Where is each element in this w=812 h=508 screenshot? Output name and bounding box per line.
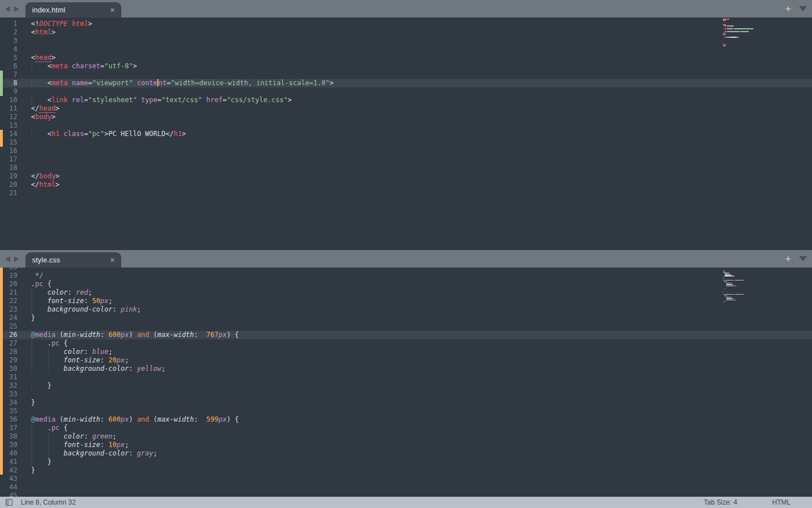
minimap[interactable]	[723, 19, 774, 48]
code-line-7[interactable]: 7	[0, 71, 812, 79]
code-line-16[interactable]: 16	[0, 147, 812, 155]
line-number[interactable]: 43	[0, 475, 21, 483]
code-line-5[interactable]: 5 <head>	[0, 54, 812, 62]
code-line-22[interactable]: 22 font-size: 50px;	[0, 297, 812, 305]
code-line-35[interactable]: 35	[0, 407, 812, 415]
code-line-25[interactable]: 25	[0, 322, 812, 331]
line-number[interactable]: 22	[0, 297, 21, 305]
line-number[interactable]: 15	[0, 138, 21, 147]
minimap[interactable]	[723, 269, 774, 308]
line-number[interactable]: 42	[0, 466, 21, 475]
line-number[interactable]: 34	[0, 398, 21, 407]
code-line-14[interactable]: 14 <h1 class="pc">PC HEllO WORLD</h1>	[0, 130, 812, 138]
line-number[interactable]: 35	[0, 407, 21, 415]
code-line-18[interactable]: 18	[0, 164, 812, 172]
tab-index-html[interactable]: index.html ×	[25, 2, 121, 17]
code-line-31[interactable]: 31	[0, 373, 812, 382]
line-number[interactable]: 13	[0, 121, 21, 130]
line-number[interactable]: 24	[0, 314, 21, 322]
code-line-36[interactable]: 36 @media (min-width: 600px) and (max-wi…	[0, 415, 812, 424]
code-line-15[interactable]: 15	[0, 138, 812, 147]
new-tab-icon[interactable]: +	[785, 254, 791, 264]
code-line-9[interactable]: 9	[0, 87, 812, 96]
code-line-12[interactable]: 12 <body>	[0, 113, 812, 121]
line-number[interactable]: 30	[0, 365, 21, 373]
code-line-3[interactable]: 3	[0, 37, 812, 45]
line-number[interactable]: 38	[0, 432, 21, 441]
line-number[interactable]: 20	[0, 280, 21, 288]
line-number[interactable]: 36	[0, 415, 21, 424]
code-line-4[interactable]: 4	[0, 45, 812, 54]
code-line-38[interactable]: 38 color: green;	[0, 432, 812, 441]
code-line-39[interactable]: 39 font-size: 10px;	[0, 441, 812, 449]
line-number[interactable]: 7	[0, 71, 21, 79]
line-number[interactable]: 31	[0, 373, 21, 382]
tab-size-label[interactable]: Tab Size: 4	[704, 498, 737, 506]
code-line-40[interactable]: 40 background-color: gray;	[0, 449, 812, 458]
line-number[interactable]: 45	[0, 492, 21, 497]
line-number[interactable]: 12	[0, 113, 21, 121]
line-number[interactable]: 17	[0, 155, 21, 164]
code-editor-html[interactable]: 1 <!DOCTYPE html>2 <html>3 4 5 <head>6 <…	[0, 17, 812, 250]
line-number[interactable]: 37	[0, 424, 21, 432]
line-number[interactable]: 29	[0, 356, 21, 365]
line-number[interactable]: 26	[0, 331, 21, 339]
code-line-17[interactable]: 17	[0, 155, 812, 164]
line-number[interactable]: 2	[0, 28, 21, 37]
code-line-27[interactable]: 27 .pc {	[0, 339, 812, 348]
code-line-8[interactable]: 8 <meta name="viewport" content="width=d…	[0, 79, 812, 87]
line-number[interactable]: 1	[0, 20, 21, 28]
close-icon[interactable]: ×	[110, 256, 114, 264]
code-line-19[interactable]: 19 */	[0, 271, 812, 280]
line-number[interactable]: 16	[0, 147, 21, 155]
tab-overflow-icon[interactable]	[799, 256, 807, 261]
line-number[interactable]: 18	[0, 164, 21, 172]
line-number[interactable]: 32	[0, 382, 21, 390]
syntax-label[interactable]: HTML	[772, 498, 791, 506]
line-number[interactable]: 19	[0, 172, 21, 181]
line-number[interactable]: 14	[0, 130, 21, 138]
code-editor-css[interactable]: 18 19 */20 .pc {21 color: red;22 font-si…	[0, 268, 812, 497]
code-line-34[interactable]: 34 }	[0, 398, 812, 407]
code-line-33[interactable]: 33	[0, 390, 812, 398]
tab-overflow-icon[interactable]	[799, 6, 807, 11]
line-number[interactable]: 11	[0, 104, 21, 113]
code-line-20[interactable]: 20 </html>	[0, 181, 812, 189]
line-number[interactable]: 39	[0, 441, 21, 449]
sidebar-toggle-icon[interactable]	[6, 499, 12, 506]
code-line-20[interactable]: 20 .pc {	[0, 280, 812, 288]
code-line-44[interactable]: 44	[0, 483, 812, 492]
code-line-41[interactable]: 41 }	[0, 458, 812, 466]
line-number[interactable]: 21	[0, 288, 21, 297]
line-number[interactable]: 19	[0, 271, 21, 280]
line-number[interactable]: 6	[0, 62, 21, 71]
code-line-29[interactable]: 29 font-size: 20px;	[0, 356, 812, 365]
code-line-28[interactable]: 28 color: blue;	[0, 348, 812, 356]
code-line-42[interactable]: 42 }	[0, 466, 812, 475]
history-back-icon[interactable]	[5, 6, 10, 12]
code-line-6[interactable]: 6 <meta charset="utf-8">	[0, 62, 812, 71]
code-line-45[interactable]: 45	[0, 492, 812, 497]
code-line-13[interactable]: 13	[0, 121, 812, 130]
code-line-1[interactable]: 1 <!DOCTYPE html>	[0, 20, 812, 28]
line-number[interactable]: 41	[0, 458, 21, 466]
code-line-24[interactable]: 24 }	[0, 314, 812, 322]
code-line-43[interactable]: 43	[0, 475, 812, 483]
tab-style-css[interactable]: style.css ×	[25, 252, 121, 268]
close-icon[interactable]: ×	[110, 6, 114, 14]
code-line-18[interactable]: 18	[0, 268, 812, 271]
code-line-19[interactable]: 19 </body>	[0, 172, 812, 181]
code-line-11[interactable]: 11 </head>	[0, 104, 812, 113]
code-line-10[interactable]: 10 <link rel="stylesheet" type="text/css…	[0, 96, 812, 104]
code-line-21[interactable]: 21 color: red;	[0, 288, 812, 297]
line-number[interactable]: 44	[0, 483, 21, 492]
code-line-21[interactable]: 21	[0, 189, 812, 198]
history-forward-icon[interactable]	[14, 6, 19, 12]
line-number[interactable]: 25	[0, 322, 21, 331]
line-number[interactable]: 28	[0, 348, 21, 356]
line-number[interactable]: 27	[0, 339, 21, 348]
code-line-30[interactable]: 30 background-color: yellow;	[0, 365, 812, 373]
line-number[interactable]: 9	[0, 87, 21, 96]
code-line-23[interactable]: 23 background-color: pink;	[0, 305, 812, 314]
line-number[interactable]: 4	[0, 45, 21, 54]
